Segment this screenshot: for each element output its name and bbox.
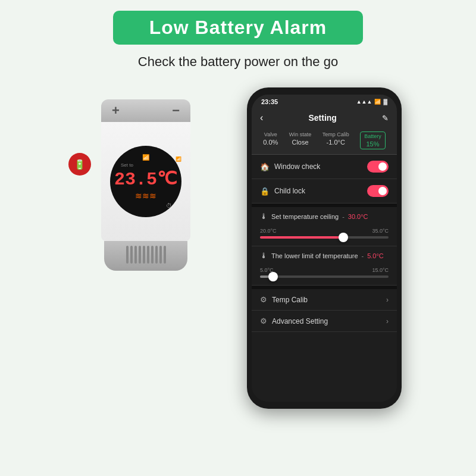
- lock-icon: 🔒: [260, 187, 270, 196]
- valve-label: Valve: [264, 131, 277, 137]
- advanced-setting-chevron: ›: [386, 317, 389, 325]
- battery-low-indicator: 🔋: [68, 153, 91, 176]
- app-content: ‹ Setting ✎ Valve 0.0% Win state Close: [252, 108, 397, 402]
- separator2: -: [362, 252, 364, 259]
- ridge: [130, 246, 133, 264]
- phone-section: 23:35 ▲▲▲ 📶 ▓ ‹ Setting ✎: [247, 87, 414, 409]
- temp-calib-menu-icon: ⚙: [260, 295, 267, 304]
- temp-calib-info: Temp Calib -1.0°C: [322, 131, 349, 149]
- child-lock-toggle[interactable]: [367, 185, 389, 197]
- advanced-setting-icon: ⚙: [260, 317, 267, 325]
- nav-title: Setting: [308, 113, 336, 123]
- temp-calib-menu-left: ⚙ Temp Calib: [260, 295, 308, 304]
- ridge: [126, 246, 129, 264]
- window-icon: 🏠: [260, 162, 270, 171]
- window-check-left: 🏠 Window check: [260, 162, 320, 171]
- ridge: [134, 246, 137, 264]
- subtitle: Check the battery power on the go: [0, 54, 476, 70]
- win-state-value: Close: [292, 139, 308, 146]
- battery-value: 15%: [366, 140, 379, 148]
- signal-status-icon: ▲▲▲: [356, 99, 372, 105]
- advanced-setting-menu[interactable]: ⚙ Advanced Setting ›: [252, 311, 397, 332]
- ridge: [151, 246, 154, 264]
- temp-lower-label: The lower limit of temperature: [271, 252, 358, 259]
- banner: Low Battery Alarm: [113, 11, 363, 45]
- back-button[interactable]: ‹: [260, 112, 263, 123]
- temp-ceiling-max: 35.0°C: [372, 228, 389, 234]
- slider-fill-ceiling: [260, 236, 343, 239]
- battery-status-icon: ▓: [383, 99, 387, 105]
- temp-ceiling-label: Set temperature ceiling: [271, 213, 339, 220]
- plus-button[interactable]: +: [112, 103, 120, 118]
- edit-button[interactable]: ✎: [382, 114, 389, 123]
- minus-button[interactable]: −: [172, 103, 180, 118]
- temperature-display: 23.5℃: [114, 168, 177, 190]
- slider-track-ceiling: [260, 236, 389, 239]
- temp-calib-label: Temp Calib: [322, 131, 349, 137]
- ridge: [139, 246, 141, 264]
- child-lock-row[interactable]: 🔒 Child lock: [252, 179, 397, 203]
- heat-icon: ≋≋≋: [135, 191, 156, 201]
- temp-lower-section: 🌡 The lower limit of temperature - 5.0°C…: [252, 246, 397, 286]
- valve-info: Valve 0.0%: [263, 131, 278, 149]
- status-time: 23:35: [261, 98, 278, 105]
- temp-ceiling-section: 🌡 Set temperature ceiling - 30.0°C 20.0°…: [252, 207, 397, 246]
- temp-lower-max: 15.0°C: [372, 267, 389, 273]
- window-check-label: Window check: [274, 162, 320, 171]
- clock-icon: ⏱: [166, 202, 172, 209]
- temp-lower-labels: 5.0°C 15.0°C: [260, 267, 389, 273]
- mount-ridges: [104, 241, 187, 264]
- separator: -: [342, 213, 345, 220]
- window-check-toggle[interactable]: [367, 161, 389, 173]
- thermostat: + − 📶 Set to 📶 23.5℃ ≋≋≋ ⏱: [98, 99, 193, 271]
- temp-ceiling-labels: 20.0°C 35.0°C: [260, 228, 389, 234]
- device-display: 📶 Set to 📶 23.5℃ ≋≋≋ ⏱: [110, 146, 181, 217]
- status-bar: 23:35 ▲▲▲ 📶 ▓: [252, 95, 397, 108]
- slider-track-lower: [260, 275, 389, 278]
- wifi-status-icon: 📶: [374, 99, 381, 105]
- signal-icon: 📶: [176, 156, 181, 162]
- win-state-info: Win state Close: [289, 131, 312, 149]
- battery-info: Battery 15%: [360, 131, 386, 149]
- app-nav: ‹ Setting ✎: [252, 108, 397, 128]
- temp-lower-slider[interactable]: 5.0°C 15.0°C: [260, 265, 389, 280]
- temp-lower-title: 🌡 The lower limit of temperature - 5.0°C: [260, 251, 389, 260]
- temp-calib-chevron: ›: [386, 296, 389, 304]
- device-section: 🔋 + − 📶 Set to 📶 23.5℃ ≋≋≋ ⏱: [62, 87, 229, 271]
- slider-thumb-ceiling[interactable]: [339, 233, 348, 242]
- temp-ceiling-value: 30.0°C: [348, 213, 368, 220]
- window-check-row[interactable]: 🏠 Window check: [252, 155, 397, 179]
- temp-calib-menu[interactable]: ⚙ Temp Calib ›: [252, 289, 397, 311]
- ridge: [164, 246, 166, 264]
- child-lock-left: 🔒 Child lock: [260, 187, 305, 196]
- device-mount: [104, 241, 187, 271]
- info-row: Valve 0.0% Win state Close Temp Calib -1…: [252, 128, 397, 155]
- child-lock-label: Child lock: [274, 187, 305, 195]
- set-to-label: Set to: [121, 162, 133, 168]
- device-top-cap: + −: [101, 99, 190, 122]
- win-state-label: Win state: [289, 131, 312, 137]
- phone: 23:35 ▲▲▲ 📶 ▓ ‹ Setting ✎: [247, 87, 402, 409]
- banner-text: Low Battery Alarm: [149, 17, 327, 38]
- temp-calib-menu-label: Temp Calib: [272, 296, 308, 304]
- temp-ceiling-slider[interactable]: 20.0°C 35.0°C: [260, 226, 389, 241]
- settings-list: 🏠 Window check 🔒 Child lock: [252, 155, 397, 402]
- valve-value: 0.0%: [263, 139, 278, 146]
- temp-ceiling-icon: 🌡: [260, 212, 268, 221]
- battery-low-icon: 🔋: [74, 159, 86, 170]
- wifi-icon: 📶: [142, 154, 149, 161]
- ridge: [159, 246, 162, 264]
- status-icons: ▲▲▲ 📶 ▓: [356, 99, 387, 105]
- phone-screen: 23:35 ▲▲▲ 📶 ▓ ‹ Setting ✎: [252, 95, 397, 402]
- battery-label: Battery: [364, 133, 381, 139]
- slider-thumb-lower[interactable]: [268, 272, 278, 281]
- device-body: 📶 Set to 📶 23.5℃ ≋≋≋ ⏱: [101, 122, 190, 241]
- temp-calib-value: -1.0°C: [327, 139, 345, 146]
- ridge: [147, 246, 149, 264]
- advanced-setting-menu-label: Advanced Setting: [272, 317, 328, 325]
- temp-ceiling-min: 20.0°C: [260, 228, 277, 234]
- advanced-setting-menu-left: ⚙ Advanced Setting: [260, 317, 328, 325]
- temp-ceiling-title: 🌡 Set temperature ceiling - 30.0°C: [260, 212, 389, 221]
- ridge: [143, 246, 145, 264]
- temp-lower-value: 5.0°C: [367, 252, 384, 259]
